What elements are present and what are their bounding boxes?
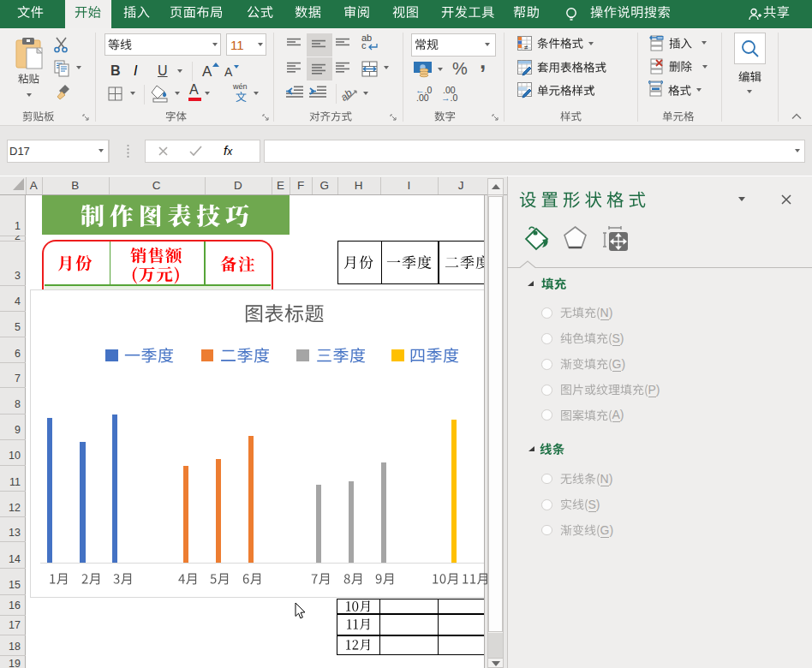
svg-text:≠: ≠ [524,44,528,51]
